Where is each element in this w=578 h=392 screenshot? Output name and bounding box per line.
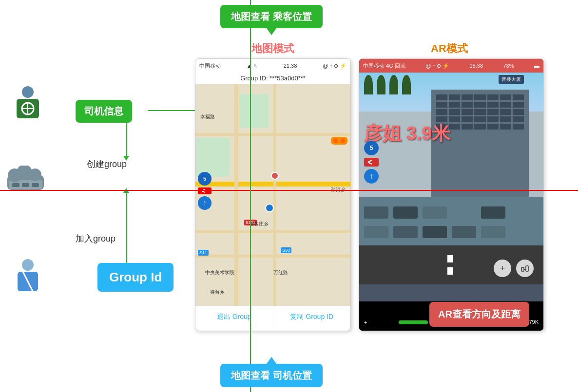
join-group-label: 加入group [76, 233, 116, 244]
passenger-map-marker [271, 172, 279, 180]
map-bottom-bar: 退出 Group 复制 Group ID [195, 306, 350, 327]
svg-point-13 [22, 259, 34, 271]
join-group-text: 加入group [76, 234, 116, 243]
ar-fps-bar [399, 320, 428, 324]
driver-map-marker [265, 204, 274, 212]
svg-point-12 [29, 168, 41, 181]
map-view-passenger-label: 地图查看 乘客位置 [231, 11, 312, 22]
ar-road-area: + [359, 197, 543, 301]
map-mode-title-label: 地图模式 [251, 41, 294, 56]
map-label-3: 崔各庄乡 [249, 221, 269, 227]
svg-point-18 [340, 138, 345, 143]
map-wifi-icon: ▲ ≋ [247, 63, 258, 69]
ar-share-button[interactable] [516, 260, 534, 277]
create-group-label: 创建group [87, 158, 127, 170]
svg-line-22 [368, 160, 372, 162]
svg-rect-7 [12, 183, 19, 187]
svg-rect-9 [32, 183, 39, 187]
ar-status-bar: 中国移动 4G 回流 @ ↑ ⊕ ⚡ 15:38 78% ▬ [359, 59, 543, 73]
driver-figure-icon [11, 85, 45, 126]
driver-down-line [126, 121, 127, 158]
ar-view-direction-box: AR查看方向及距离 [429, 302, 529, 327]
group-id-box: Group Id [97, 263, 173, 292]
map-group-id-line: Group ID: ***53a0d0*** [195, 73, 350, 84]
map-time: 21:38 [284, 63, 297, 69]
svg-rect-24 [521, 267, 524, 271]
ar-view-direction-label: AR查看方向及距离 [438, 309, 520, 319]
ar-camera-area: 普楼大厦 彦姐 3.9米 5 ↑ [359, 73, 543, 197]
driver-info-label: 司机信息 [84, 106, 123, 116]
driver-down-arrow [123, 156, 129, 161]
map-label-5: 万红路 [273, 269, 288, 276]
map-mode-phone: 中国移动 ▲ ≋ 21:38 @ ↑ ⊕ ⚡ Group ID: ***53a0… [195, 58, 351, 331]
svg-line-21 [202, 191, 205, 192]
vr-goggle-marker [330, 135, 348, 148]
map-signs: 5 ↑ [198, 172, 212, 210]
ar-road-signs: 5 ↑ [364, 141, 379, 184]
cloud-up-line [126, 189, 127, 272]
driver-info-box: 司机信息 [76, 100, 132, 123]
group-id-label: Group Id [109, 270, 162, 284]
ar-plus-counter: + [364, 319, 367, 325]
red-horizontal-line [0, 190, 578, 191]
map-label-4: 中央美术学院 [205, 269, 234, 276]
map-battery-icons: @ ↑ ⊕ ⚡ [323, 63, 347, 69]
svg-rect-8 [22, 183, 29, 187]
create-group-text: 创建group [87, 159, 127, 169]
ar-carrier: 中国移动 4G 回流 [363, 62, 405, 70]
copy-group-id-button[interactable]: 复制 Group ID [273, 306, 351, 327]
phones-container: 地图模式 中国移动 ▲ ≋ 21:38 @ ↑ ⊕ ⚡ Group ID: **… [195, 58, 575, 346]
ar-plus-button[interactable]: + [494, 260, 511, 277]
ar-mode-phone: 中国移动 4G 回流 @ ↑ ⊕ ⚡ 15:38 78% ▬ ✕ [359, 58, 544, 331]
map-view-driver-bubble: 地图查看 司机位置 [220, 364, 323, 387]
passenger-figure-icon [11, 258, 45, 299]
copy-group-id-label: 复制 Group ID [290, 313, 333, 321]
map-view-driver-label: 地图查看 司机位置 [231, 370, 312, 381]
ar-overlay-buttons: + [494, 260, 534, 277]
green-vertical-line [250, 0, 251, 392]
ar-icons: @ ↑ ⊕ ⚡ [425, 63, 449, 69]
map-carrier: 中国移动 [199, 62, 221, 70]
svg-rect-19 [338, 140, 341, 142]
exit-group-button[interactable]: 退出 Group [195, 306, 273, 327]
ar-battery-icon: ▬ [534, 63, 539, 69]
svg-point-0 [22, 86, 34, 98]
svg-point-17 [333, 138, 338, 143]
svg-line-23 [368, 162, 372, 164]
map-label-6: 将台乡 [210, 289, 225, 296]
map-status-bar: 中国移动 ▲ ≋ 21:38 @ ↑ ⊕ ⚡ [195, 59, 350, 73]
map-display-area: S11 6101 S50 幸福路 孙河乡 崔各庄乡 中央美术学院 万红路 将台乡 [195, 84, 350, 306]
trees-row [364, 75, 411, 94]
ar-mode-title-label: AR模式 [431, 41, 468, 56]
ar-time: 15:38 [470, 63, 483, 69]
svg-rect-25 [526, 266, 528, 271]
map-label-1: 幸福路 [200, 113, 215, 120]
exit-group-label: 退出 Group [217, 313, 251, 321]
map-view-passenger-bubble: 地图查看 乘客位置 [220, 5, 323, 28]
ar-battery: 78% [503, 63, 514, 69]
